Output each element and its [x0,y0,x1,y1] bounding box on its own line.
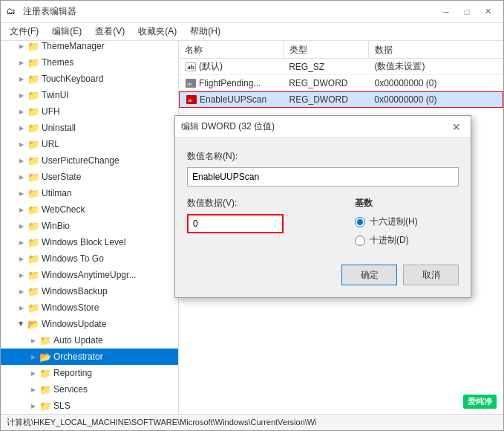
dialog-title: 编辑 DWORD (32 位值) [181,120,275,133]
dec-radio-label[interactable]: 十进制(D) [355,234,459,247]
hex-radio[interactable] [355,217,365,227]
dec-radio[interactable] [355,236,365,246]
name-label: 数值名称(N): [187,150,459,163]
base-label: 基数 [355,197,459,210]
value-col: 数值数据(V): [187,197,343,253]
ok-button[interactable]: 确定 [341,265,397,285]
cancel-button[interactable]: 取消 [403,265,459,285]
name-input[interactable] [187,167,459,187]
dialog-row: 数值数据(V): 基数 十六进制(H) 十进制(D) [187,197,459,253]
dialog-overlay: 编辑 DWORD (32 位值) ✕ 数值名称(N): 数值数据(V): 基数 … [0,0,504,431]
dialog-title-bar: 编辑 DWORD (32 位值) ✕ [175,116,471,138]
hex-radio-label[interactable]: 十六进制(H) [355,216,459,228]
hex-radio-text: 十六进制(H) [370,216,418,228]
value-input[interactable] [187,214,284,233]
dialog-buttons: 确定 取消 [187,265,459,285]
dialog-body: 数值名称(N): 数值数据(V): 基数 十六进制(H) 十进制(D) [175,138,471,297]
value-label: 数值数据(V): [187,197,343,210]
base-col: 基数 十六进制(H) 十进制(D) [355,197,459,253]
dec-radio-text: 十进制(D) [370,234,409,247]
edit-dword-dialog: 编辑 DWORD (32 位值) ✕ 数值名称(N): 数值数据(V): 基数 … [174,115,471,298]
dialog-close-button[interactable]: ✕ [448,120,465,135]
